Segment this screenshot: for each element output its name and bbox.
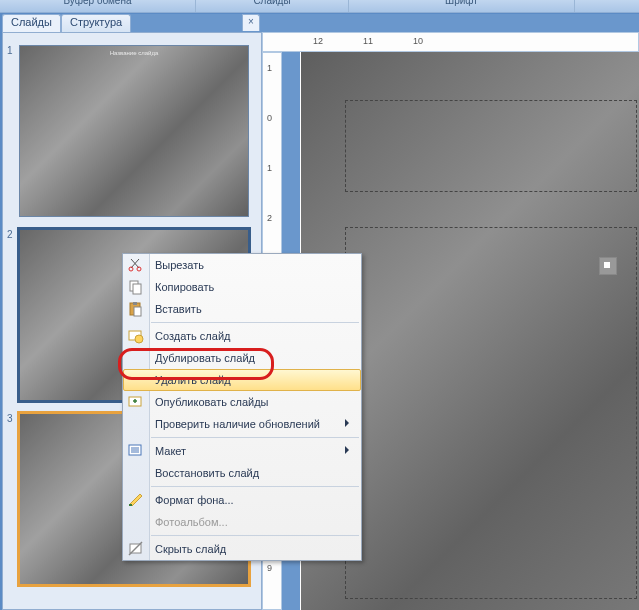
horizontal-ruler: 12 11 10	[262, 32, 639, 52]
svg-rect-7	[133, 302, 137, 305]
publish-icon	[127, 393, 145, 411]
menu-layout[interactable]: Макет	[123, 440, 361, 462]
workspace: Слайды Структура × 1 Название слайда 2 3…	[2, 14, 639, 610]
menu-publish-slides[interactable]: Опубликовать слайды	[123, 391, 361, 413]
menu-hide-slide[interactable]: Скрыть слайд	[123, 538, 361, 560]
menu-cut[interactable]: Вырезать	[123, 254, 361, 276]
paste-icon	[127, 300, 145, 318]
menu-check-updates[interactable]: Проверить наличие обновлений	[123, 413, 361, 435]
submenu-arrow-icon	[345, 419, 353, 427]
format-bg-icon	[127, 491, 145, 509]
context-menu: Вырезать Копировать Вставить Создать сла…	[122, 253, 362, 561]
content-placeholder[interactable]	[345, 227, 637, 599]
cut-icon	[127, 256, 145, 274]
svg-rect-8	[134, 307, 141, 316]
new-slide-icon	[127, 327, 145, 345]
ribbon-group-clipboard: Буфер обмена	[0, 0, 195, 6]
hide-slide-icon	[127, 540, 145, 558]
copy-icon	[127, 278, 145, 296]
tab-slides[interactable]: Слайды	[2, 14, 61, 32]
submenu-arrow-icon	[345, 446, 353, 454]
menu-reset-slide[interactable]: Восстановить слайд	[123, 462, 361, 484]
thumb-number: 1	[7, 45, 19, 56]
svg-rect-5	[133, 284, 141, 294]
slide-thumbnail-1[interactable]: Название слайда	[19, 45, 249, 217]
menu-photo-album: Фотоальбом...	[123, 511, 361, 533]
tab-structure[interactable]: Структура	[61, 14, 131, 32]
title-placeholder[interactable]	[345, 100, 637, 192]
svg-rect-16	[129, 504, 132, 506]
menu-new-slide[interactable]: Создать слайд	[123, 325, 361, 347]
menu-delete-slide[interactable]: Удалить слайд	[123, 369, 361, 391]
ribbon-group-slides: Слайды	[196, 0, 348, 6]
menu-copy[interactable]: Копировать	[123, 276, 361, 298]
layout-icon	[127, 442, 145, 460]
resize-handle-icon[interactable]	[599, 257, 617, 275]
menu-format-background[interactable]: Формат фона...	[123, 489, 361, 511]
ribbon-group-font: Шрифт	[349, 0, 574, 6]
thumb-title: Название слайда	[20, 50, 248, 56]
ribbon-group-labels: Буфер обмена Слайды Шрифт	[0, 0, 639, 13]
panel-close-button[interactable]: ×	[242, 14, 260, 31]
panel-tabs: Слайды Структура ×	[2, 14, 260, 32]
menu-duplicate-slide[interactable]: Дублировать слайд	[123, 347, 361, 369]
svg-point-10	[135, 335, 143, 343]
menu-paste[interactable]: Вставить	[123, 298, 361, 320]
